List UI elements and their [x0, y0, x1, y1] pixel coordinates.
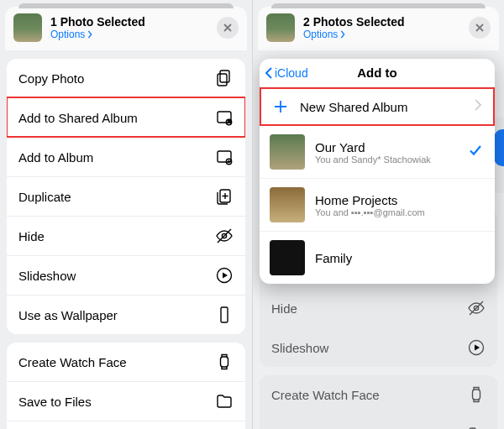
new-shared-album-label: New Shared Album	[300, 100, 465, 114]
eye-slash-icon	[215, 227, 234, 245]
pane-right: 2 Photos Selected Options f Fa Add to Al…	[252, 0, 504, 429]
action-label: Create Watch Face	[18, 355, 127, 369]
close-button[interactable]	[469, 17, 491, 39]
watch-icon	[467, 385, 486, 404]
album-name: Our Yard	[315, 140, 458, 154]
album-subtitle: You and Sandy* Stachowiak	[315, 154, 458, 165]
back-button[interactable]: iCloud	[265, 59, 308, 86]
album-thumb	[270, 134, 305, 170]
app-facebook[interactable]: f	[494, 129, 504, 166]
popover-title: Add to	[357, 65, 396, 80]
options-link[interactable]: Options	[303, 29, 469, 40]
shared-album-icon	[215, 108, 234, 127]
action-play[interactable]: Slideshow	[260, 327, 497, 367]
action-album[interactable]: Add to Album	[7, 137, 245, 176]
action-contact[interactable]: Assign to Contact	[7, 421, 245, 429]
share-header: 1 Photo Selected Options	[5, 7, 247, 50]
pane-left: 1 Photo Selected Options Copy PhotoAdd t…	[0, 0, 252, 429]
header-text: 2 Photos Selected Options	[303, 15, 469, 40]
action-watch[interactable]: Create Watch Face	[260, 375, 497, 414]
action-label: Hide	[18, 229, 45, 243]
options-label: Options	[50, 29, 85, 40]
phone-icon	[215, 306, 234, 324]
album-row[interactable]: Home ProjectsYou and ▪︎▪︎▪︎.▪︎▪︎▪︎@gmail…	[260, 179, 495, 232]
action-label: Duplicate	[18, 190, 71, 204]
action-label: Save to Files	[18, 395, 92, 409]
options-link[interactable]: Options	[50, 29, 217, 40]
action-folder[interactable]: Save to Files	[260, 414, 497, 429]
share-header: 2 Photos Selected Options	[258, 7, 499, 50]
back-label: iCloud	[275, 66, 308, 80]
play-icon	[215, 266, 234, 285]
action-group-1: Copy PhotoAdd to Shared AlbumAdd to Albu…	[7, 59, 245, 334]
folder-icon	[215, 392, 234, 411]
new-shared-album-row[interactable]: New Shared Album	[260, 87, 495, 126]
selection-title: 1 Photo Selected	[50, 15, 217, 29]
add-to-popover: iCloud Add to New Shared Album Our YardY…	[260, 59, 495, 284]
album-thumb	[270, 187, 305, 222]
action-label: Use as Wallpaper	[18, 308, 118, 322]
action-shared-album[interactable]: Add to Shared Album	[7, 97, 245, 137]
chevron-right-icon	[339, 30, 346, 39]
close-icon	[475, 23, 485, 33]
action-duplicate[interactable]: Duplicate	[7, 176, 245, 216]
album-thumb	[270, 240, 305, 275]
check-icon	[468, 143, 483, 161]
duplicate-icon	[215, 187, 234, 206]
copy-icon	[215, 69, 234, 87]
selection-thumb	[266, 13, 295, 42]
action-eye-slash[interactable]: Hide	[260, 288, 497, 327]
action-label: Add to Album	[18, 150, 93, 165]
action-label: Hide	[271, 301, 297, 316]
action-folder[interactable]: Save to Files	[7, 381, 245, 421]
close-icon	[223, 23, 233, 33]
popover-header: iCloud Add to	[260, 59, 495, 87]
action-label: Copy Photo	[18, 71, 84, 86]
plus-icon	[271, 97, 290, 116]
chevron-right-icon	[87, 30, 93, 39]
header-text: 1 Photo Selected Options	[50, 15, 217, 40]
album-icon	[215, 148, 234, 166]
eye-slash-icon	[467, 299, 486, 317]
chevron-left-icon	[265, 67, 273, 79]
play-icon	[467, 338, 486, 357]
album-name: Home Projects	[315, 193, 483, 207]
options-label: Options	[303, 29, 338, 40]
action-play[interactable]: Slideshow	[7, 255, 245, 295]
action-copy[interactable]: Copy Photo	[7, 59, 245, 97]
selection-thumb	[13, 13, 42, 42]
album-row[interactable]: Family	[260, 232, 495, 284]
watch-icon	[215, 353, 234, 371]
chevron-right-icon	[475, 99, 481, 114]
folder-icon	[467, 425, 486, 429]
album-name: Family	[315, 251, 483, 265]
selection-title: 2 Photos Selected	[303, 15, 469, 29]
action-group-2: Create Watch FaceSave to FilesAssign to …	[7, 343, 245, 429]
action-group-2: Create Watch FaceSave to FilesPrint	[260, 375, 497, 429]
action-label: Slideshow	[271, 341, 328, 355]
album-subtitle: You and ▪︎▪︎▪︎.▪︎▪︎▪︎@gmail.com	[315, 207, 483, 217]
action-watch[interactable]: Create Watch Face	[7, 343, 245, 381]
close-button[interactable]	[217, 17, 239, 39]
action-label: Add to Shared Album	[18, 111, 138, 125]
action-label: Slideshow	[18, 269, 76, 283]
album-row[interactable]: Our YardYou and Sandy* Stachowiak	[260, 126, 495, 179]
action-eye-slash[interactable]: Hide	[7, 216, 245, 255]
action-label: Create Watch Face	[271, 388, 380, 402]
action-phone[interactable]: Use as Wallpaper	[7, 295, 245, 334]
